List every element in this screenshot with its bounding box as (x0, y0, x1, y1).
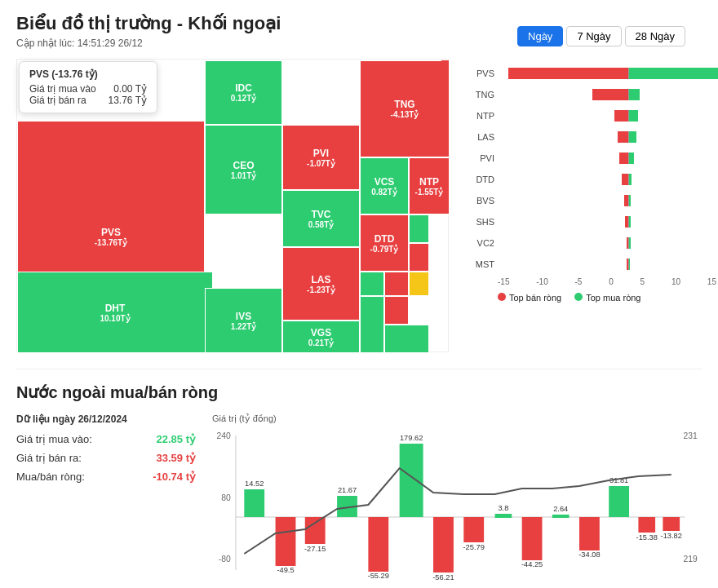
bar-center-6 (498, 195, 718, 206)
neg-bar-0 (508, 68, 628, 79)
svg-text:-15.38: -15.38 (636, 533, 658, 542)
tm-small2[interactable] (409, 243, 429, 272)
bar-center-3 (498, 131, 718, 143)
tm-tvc[interactable]: TVC 0.58Tỷ (282, 190, 360, 247)
tm-ntp[interactable]: NTP -1.55Tỷ (409, 157, 450, 214)
neg-bar-5 (622, 174, 628, 185)
svg-text:-55.29: -55.29 (368, 572, 389, 580)
pos-bar-7 (629, 216, 631, 228)
svg-rect-34 (663, 517, 680, 531)
section2: Nước ngoài mua/bán ròng Dữ liệu ngày 26/… (16, 369, 702, 585)
bar-row-1: TNGIVS (462, 86, 718, 103)
tm-pvi[interactable]: PVI -1.07Tỷ (282, 125, 360, 190)
bar-row-3: LASVCS (462, 129, 718, 145)
line-chart-container: Giá trị (tỷ đồng) 240 80 -80 231 219 14.… (212, 413, 702, 585)
pos-bar-4 (629, 153, 634, 164)
bar-center-9 (498, 259, 718, 270)
pos-bar-1 (629, 89, 640, 100)
svg-text:14.52: 14.52 (245, 480, 264, 488)
bar-row-8: VC2VGS (462, 235, 718, 251)
tm-small1[interactable] (409, 214, 429, 243)
net-label: Mua/bán ròng: (16, 471, 85, 483)
bar-left-label-2: NTP (462, 111, 494, 121)
legend-sell-label: Top bán ròng (509, 293, 561, 303)
tm-vgs[interactable]: VGS 0.21Tỷ (282, 321, 360, 353)
tm-small4[interactable] (384, 272, 409, 296)
bar-left-label-1: TNG (462, 90, 494, 99)
buy-label: Giá trị mua vào: (16, 433, 92, 445)
svg-text:-13.82: -13.82 (661, 532, 682, 540)
tm-small6[interactable] (360, 296, 384, 353)
chart-axis: -15 -10 -5 0 5 10 15 (498, 277, 716, 286)
svg-text:2.64: 2.64 (553, 505, 568, 513)
section2-title: Nước ngoài mua/bán ròng (16, 382, 702, 402)
bar-chart-rows: PVSDHTTNGIVSNTPCEOLASVCSPVITVCDTDDL1BVSN… (462, 65, 718, 272)
tm-small7[interactable] (384, 296, 409, 325)
pos-bar-5 (629, 174, 632, 185)
bar-row-7: SHSVTZ (462, 214, 718, 230)
net-val: -10.74 tỷ (153, 471, 196, 483)
net-row: Mua/bán ròng: -10.74 tỷ (16, 471, 196, 483)
svg-rect-14 (368, 517, 388, 572)
svg-rect-8 (276, 517, 296, 566)
tm-tng[interactable]: TNG -4.13Tỷ (360, 60, 450, 157)
chart-title: Giá trị (tỷ đồng) (212, 413, 702, 424)
tm-vcs[interactable]: VCS 0.82Tỷ (360, 157, 409, 214)
svg-text:-25.79: -25.79 (463, 543, 485, 551)
btn-day[interactable]: Ngày (517, 26, 563, 46)
svg-rect-6 (244, 489, 264, 517)
svg-rect-28 (579, 517, 600, 550)
btn-7day[interactable]: 7 Ngày (566, 26, 621, 46)
tm-small3[interactable] (360, 272, 384, 296)
tooltip-buy-val: 0.00 Tỷ (113, 83, 147, 95)
bar-center-2 (498, 110, 718, 122)
svg-text:-27.15: -27.15 (304, 545, 326, 553)
btn-28day[interactable]: 28 Ngày (625, 26, 685, 46)
tm-small5[interactable] (409, 272, 429, 296)
svg-rect-24 (522, 517, 543, 560)
bar-left-label-4: PVI (462, 153, 494, 163)
tm-small8[interactable] (384, 325, 429, 353)
svg-text:179.62: 179.62 (400, 434, 423, 442)
tm-dtd[interactable]: DTD -0.79Tỷ (360, 214, 409, 272)
tooltip-title: PVS (-13.76 tỷ) (29, 69, 147, 80)
svg-rect-16 (400, 444, 423, 517)
tm-dht[interactable]: DHT 10.10Tỷ (17, 272, 213, 353)
tm-ceo[interactable]: CEO 1.01Tỷ (205, 125, 282, 214)
bar-left-label-3: LAS (462, 132, 494, 142)
pos-bar-9 (629, 259, 630, 270)
treemap: PVS (-13.76 tỷ) Giá trị mua vào 0.00 Tỷ … (17, 60, 448, 351)
treemap-container: PVS (-13.76 tỷ) Giá trị mua vào 0.00 Tỷ … (16, 59, 449, 352)
bar-row-5: DTDDL1 (462, 171, 718, 188)
neg-bar-3 (618, 131, 628, 143)
svg-rect-32 (638, 517, 655, 533)
neg-bar-4 (619, 153, 628, 164)
tooltip-sell-val: 13.76 Tỷ (109, 95, 147, 106)
bar-center-8 (498, 237, 718, 249)
bar-left-label-7: SHS (462, 217, 494, 227)
pos-bar-0 (629, 68, 718, 79)
svg-text:219: 219 (684, 555, 698, 564)
tm-las[interactable]: LAS -1.23Tỷ (282, 247, 360, 321)
svg-rect-22 (495, 514, 512, 518)
svg-text:-80: -80 (219, 555, 231, 564)
svg-rect-20 (463, 517, 484, 542)
tm-idc[interactable]: IDC 0.12Tỷ (205, 60, 282, 125)
bar-row-0: PVSDHT (462, 65, 718, 82)
svg-text:231: 231 (684, 431, 698, 440)
bar-row-9: MSTIDC (462, 256, 718, 272)
bar-center-0 (498, 68, 718, 79)
sell-dot (498, 293, 506, 301)
bar-left-label-0: PVS (462, 69, 494, 78)
sell-row: Giá trị bán ra: 33.59 tỷ (16, 452, 196, 464)
tm-ivs[interactable]: IVS 1.22Tỷ (205, 288, 282, 353)
data-table: Dữ liệu ngày 26/12/2024 Giá trị mua vào:… (16, 413, 196, 585)
pos-bar-3 (629, 131, 636, 143)
bar-row-6: BVSNRC (462, 192, 718, 209)
bar-center-1 (498, 89, 718, 100)
svg-text:80: 80 (221, 493, 231, 502)
tm-idc2[interactable] (205, 60, 441, 61)
bar-left-label-9: MST (462, 259, 494, 269)
svg-text:-49.5: -49.5 (277, 566, 294, 574)
buy-row: Giá trị mua vào: 22.85 tỷ (16, 433, 196, 445)
